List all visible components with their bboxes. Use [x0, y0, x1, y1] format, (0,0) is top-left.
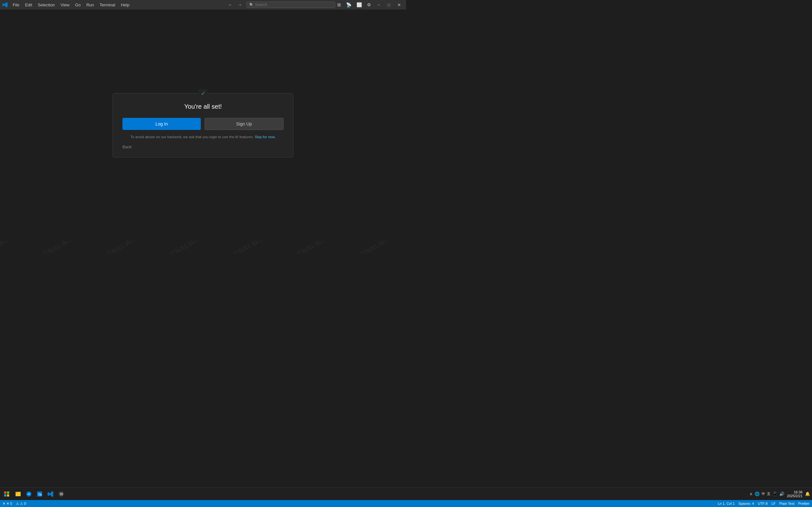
skip-link[interactable]: Skip for now.	[255, 135, 275, 139]
layout-icon[interactable]: ⊞	[335, 1, 343, 8]
main-area: ✓ You're all set! Log In Sign Up To avoi…	[0, 9, 406, 241]
search-bar[interactable]: 🔍	[247, 2, 335, 8]
checkmark-area: ✓	[199, 89, 207, 98]
settings-icon[interactable]: ⚙	[365, 1, 373, 8]
menu-terminal[interactable]: Terminal	[97, 2, 118, 8]
title-bar: File Edit Selection View Go Run Terminal…	[0, 0, 406, 9]
minimize-button[interactable]: −	[374, 2, 383, 8]
nav-arrows: ← →	[226, 1, 244, 8]
menu-view[interactable]: View	[58, 2, 72, 8]
menu-bar: File Edit Selection View Go Run Terminal…	[10, 2, 226, 8]
menu-run[interactable]: Run	[84, 2, 96, 8]
dialog-buttons: Log In Sign Up	[122, 118, 284, 130]
close-button[interactable]: ✕	[395, 2, 403, 8]
split-icon[interactable]: ⬜	[355, 1, 364, 8]
broadcast-icon[interactable]: 📡	[344, 1, 353, 8]
menu-help[interactable]: Help	[118, 2, 132, 8]
checkmark-icon: ✓	[201, 90, 206, 97]
title-bar-controls: ⊞ 📡 ⬜ ⚙ − □ ✕	[335, 1, 403, 8]
dialog-title: You're all set!	[122, 103, 284, 110]
dialog-note: To avoid abuse on our backend, we ask th…	[122, 135, 284, 139]
login-dialog: ✓ You're all set! Log In Sign Up To avoi…	[113, 93, 293, 158]
menu-edit[interactable]: Edit	[22, 2, 35, 8]
nav-forward-icon[interactable]: →	[236, 1, 244, 8]
back-link[interactable]: Back	[122, 145, 132, 149]
search-input[interactable]	[255, 3, 333, 7]
app-logo	[3, 2, 8, 7]
menu-selection[interactable]: Selection	[35, 2, 57, 8]
menu-go[interactable]: Go	[72, 2, 83, 8]
signup-button[interactable]: Sign Up	[205, 118, 284, 130]
maximize-button[interactable]: □	[385, 2, 393, 8]
menu-file[interactable]: File	[10, 2, 22, 8]
nav-back-icon[interactable]: ←	[226, 1, 235, 8]
login-button[interactable]: Log In	[122, 118, 201, 130]
search-icon: 🔍	[249, 3, 254, 7]
